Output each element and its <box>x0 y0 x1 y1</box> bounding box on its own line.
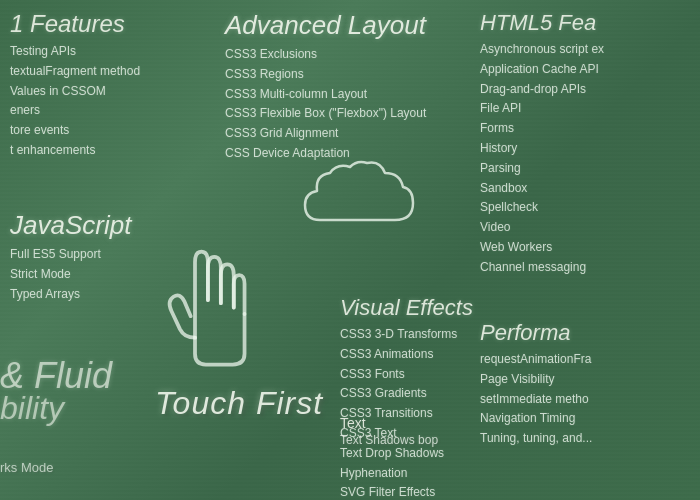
list-item: CSS Device Adaptation <box>225 144 455 164</box>
advanced-layout-list: CSS3 Exclusions CSS3 Regions CSS3 Multi-… <box>225 45 455 164</box>
visual-effects-title: Visual Effects <box>340 295 530 321</box>
list-item: eners <box>10 101 225 121</box>
list-item: CSS3 Exclusions <box>225 45 455 65</box>
list-item: History <box>480 139 700 159</box>
performance-list: requestAnimationFra Page Visibility setI… <box>480 350 700 449</box>
list-item: Channel messaging <box>480 258 700 278</box>
list-item: Drag-and-drop APIs <box>480 80 700 100</box>
list-item: Hyphenation <box>340 464 530 484</box>
advanced-layout-section: Advanced Layout CSS3 Exclusions CSS3 Reg… <box>225 10 455 164</box>
list-item: CSS3 Grid Alignment <box>225 124 455 144</box>
list-item: Sandbox <box>480 179 700 199</box>
list-item: Asynchronous script ex <box>480 40 700 60</box>
list-item: Application Cache API <box>480 60 700 80</box>
list-item: SVG Filter Effects <box>340 483 530 500</box>
cloud-icon <box>295 155 425 235</box>
features-title: 1 Features <box>10 10 225 38</box>
list-item: requestAnimationFra <box>480 350 700 370</box>
list-item: Navigation Timing <box>480 409 700 429</box>
touch-first-text: Touch First <box>155 385 323 422</box>
list-item: Testing APIs <box>10 42 225 62</box>
works-mode-text: rks Mode <box>0 460 53 475</box>
features-section: 1 Features Testing APIs textualFragment … <box>10 10 225 161</box>
list-item: CSS3 Multi-column Layout <box>225 85 455 105</box>
list-item: setImmediate metho <box>480 390 700 410</box>
list-item: Forms <box>480 119 700 139</box>
list-item: Page Visibility <box>480 370 700 390</box>
list-item: Values in CSSOM <box>10 82 225 102</box>
list-item: t enhancements <box>10 141 225 161</box>
hand-pointer-icon <box>140 230 270 380</box>
list-item: textualFragment method <box>10 62 225 82</box>
list-item: Web Workers <box>480 238 700 258</box>
performance-section: Performa requestAnimationFra Page Visibi… <box>480 320 700 449</box>
bility-large-text: bility <box>0 390 64 427</box>
list-item: CSS3 Flexible Box ("Flexbox") Layout <box>225 104 455 124</box>
advanced-layout-title: Advanced Layout <box>225 10 455 41</box>
html5-features-title: HTML5 Fea <box>480 10 700 36</box>
html5-features-list: Asynchronous script ex Application Cache… <box>480 40 700 278</box>
list-item: File API <box>480 99 700 119</box>
list-item: Video <box>480 218 700 238</box>
list-item: Tuning, tuning, and... <box>480 429 700 449</box>
list-item: tore events <box>10 121 225 141</box>
list-item: CSS3 Regions <box>225 65 455 85</box>
chalkboard-background: 1 Features Testing APIs textualFragment … <box>0 0 700 500</box>
list-item: Spellcheck <box>480 198 700 218</box>
performance-title: Performa <box>480 320 700 346</box>
features-list: Testing APIs textualFragment method Valu… <box>10 42 225 161</box>
list-item: Parsing <box>480 159 700 179</box>
html5-features-section: HTML5 Fea Asynchronous script ex Applica… <box>480 10 700 278</box>
